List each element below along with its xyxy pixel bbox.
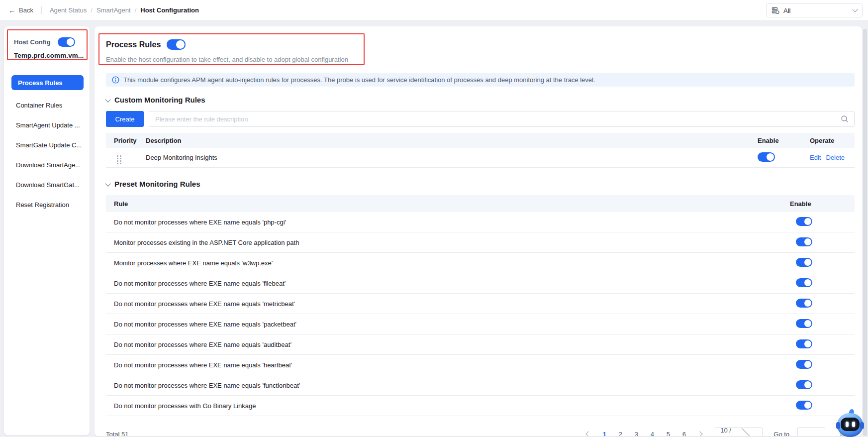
prev-page-button[interactable]: [582, 428, 594, 436]
rule-search-input[interactable]: [149, 111, 855, 127]
rule-text: Do not monitor processes where EXE name …: [106, 341, 790, 348]
rule-description: Deep Monitoring Insights: [146, 154, 758, 161]
host-config-label: Host Config: [14, 38, 51, 46]
next-page-button[interactable]: [694, 428, 706, 436]
preset-rule-row: Do not monitor processes with Go Binary …: [106, 396, 855, 416]
rule-text: Do not monitor processes where EXE name …: [106, 321, 790, 328]
info-banner: This module configures APM agent auto-in…: [106, 73, 855, 87]
main-panel: Process Rules Enable the host configurat…: [95, 26, 862, 436]
preset-rule-toggle[interactable]: [796, 217, 812, 226]
delete-link[interactable]: Delete: [826, 154, 845, 161]
breadcrumb-agent-status[interactable]: Agent Status: [50, 6, 87, 14]
preset-rule-row: Do not monitor processes where EXE name …: [106, 294, 855, 314]
page-number-5[interactable]: 5: [662, 428, 674, 436]
server-stack-icon: [772, 6, 779, 14]
info-banner-text: This module configures APM agent auto-in…: [123, 76, 595, 84]
page-number-3[interactable]: 3: [630, 428, 642, 436]
process-rules-toggle[interactable]: [167, 39, 186, 50]
column-description: Description: [146, 137, 758, 144]
column-operate: Operate: [810, 137, 855, 144]
preset-rule-toggle[interactable]: [796, 258, 812, 267]
sidebar-item-download-smartgate[interactable]: Download SmartGat...: [4, 175, 90, 195]
info-icon: [112, 76, 119, 84]
sidebar-item-download-smartagent[interactable]: Download SmartAge...: [4, 155, 90, 175]
robot-eye-icon: [852, 422, 855, 427]
sidebar-item-reset-registration[interactable]: Reset Registration: [4, 195, 90, 215]
host-config-sidebar: Host Config Temp.prd.comm.vm... Process …: [4, 26, 90, 435]
assistant-robot-button[interactable]: [836, 409, 864, 437]
page-subtitle: Enable the host configuration to take ef…: [106, 56, 855, 63]
preset-rule-toggle[interactable]: [796, 401, 812, 410]
page-title: Process Rules: [106, 40, 161, 49]
preset-table-header: Rule Enable: [106, 195, 855, 212]
rule-text: Do not monitor processes where EXE name …: [106, 300, 790, 308]
custom-rule-row: Deep Monitoring Insights Edit Delete: [106, 148, 855, 168]
page-number-2[interactable]: 2: [614, 428, 626, 436]
custom-rule-toggle[interactable]: [758, 152, 775, 162]
total-count: Total 51: [106, 431, 129, 437]
preset-rule-row: Do not monitor processes where EXE name …: [106, 212, 855, 232]
breadcrumb: Agent Status / SmartAgent / Host Configu…: [50, 6, 199, 14]
page-number-1[interactable]: 1: [598, 428, 610, 436]
scope-select-value: All: [783, 7, 849, 14]
preset-rule-toggle[interactable]: [796, 380, 812, 389]
custom-section-header[interactable]: Custom Monitoring Rules: [106, 96, 855, 104]
breadcrumb-current: Host Configuration: [140, 6, 199, 14]
preset-section-title: Preset Monitoring Rules: [114, 180, 200, 188]
rule-text: Monitor processes where EXE name equals …: [106, 259, 790, 267]
preset-rule-row: Do not monitor processes where EXE name …: [106, 355, 855, 375]
goto-page-input[interactable]: [797, 427, 825, 436]
preset-rule-row: Do not monitor processes where EXE name …: [106, 334, 855, 355]
rule-text: Do not monitor processes where EXE name …: [106, 218, 790, 226]
robot-eye-icon: [846, 422, 849, 427]
preset-rule-toggle[interactable]: [796, 319, 812, 328]
scope-select-dropdown[interactable]: All: [766, 3, 863, 17]
back-label: Back: [19, 6, 33, 14]
create-button[interactable]: Create: [106, 111, 144, 127]
chevron-down-icon: [105, 97, 110, 102]
robot-face-icon: [841, 418, 860, 431]
chevron-down-icon: [852, 6, 858, 12]
breadcrumb-separator: /: [91, 6, 93, 14]
breadcrumb-smartagent[interactable]: SmartAgent: [96, 6, 131, 14]
sidebar-item-container-rules[interactable]: Container Rules: [4, 95, 90, 115]
preset-rule-toggle[interactable]: [796, 237, 812, 246]
custom-section-title: Custom Monitoring Rules: [114, 96, 205, 104]
preset-rule-row: Monitor processes existing in the ASP.NE…: [106, 232, 855, 253]
preset-rule-toggle[interactable]: [796, 339, 812, 348]
chevron-down-icon: [105, 181, 110, 186]
rule-text: Do not monitor processes with Go Binary …: [106, 402, 790, 410]
edit-link[interactable]: Edit: [810, 154, 821, 161]
column-rule: Rule: [106, 200, 790, 208]
preset-rules-table: Rule Enable Do not monitor processes whe…: [106, 195, 855, 416]
preset-rule-toggle[interactable]: [796, 299, 812, 308]
preset-section-header[interactable]: Preset Monitoring Rules: [106, 180, 855, 188]
pagination-bar: Total 51 1 2 3 4 5 6 10 / page Go to pag…: [106, 424, 855, 436]
page-number-4[interactable]: 4: [646, 428, 658, 436]
rule-text: Do not monitor processes where EXE name …: [106, 382, 790, 389]
search-icon[interactable]: [841, 115, 849, 123]
vertical-scrollbar[interactable]: [863, 29, 867, 436]
page-size-select[interactable]: 10 / page: [715, 427, 763, 436]
preset-rule-toggle[interactable]: [796, 278, 812, 287]
preset-rule-row: Do not monitor processes where EXE name …: [106, 314, 855, 334]
page-size-value: 10 / page: [720, 427, 737, 436]
custom-rules-table: Priority Description Enable Operate Deep…: [106, 133, 855, 168]
sidebar-item-smartagent-update[interactable]: SmartAgent Update ...: [4, 115, 90, 135]
column-priority: Priority: [106, 137, 146, 144]
sidebar-menu: Process Rules Container Rules SmartAgent…: [4, 75, 90, 215]
sidebar-item-process-rules[interactable]: Process Rules: [11, 75, 84, 90]
host-name: Temp.prd.comm.vm...: [4, 47, 90, 59]
sidebar-item-smartgate-update[interactable]: SmartGate Update C...: [4, 135, 90, 155]
preset-rule-toggle[interactable]: [796, 360, 812, 369]
top-bar: ← Back Agent Status / SmartAgent / Host …: [0, 0, 868, 20]
drag-handle-icon[interactable]: [117, 155, 121, 164]
topbar-divider: [41, 6, 42, 14]
back-arrow-icon: ←: [8, 6, 16, 14]
column-enable: Enable: [758, 137, 810, 144]
robot-ear-icon: [836, 422, 840, 429]
breadcrumb-separator: /: [135, 6, 137, 14]
host-config-toggle[interactable]: [58, 37, 75, 47]
back-button[interactable]: ← Back: [8, 6, 33, 14]
page-number-6[interactable]: 6: [678, 428, 690, 436]
